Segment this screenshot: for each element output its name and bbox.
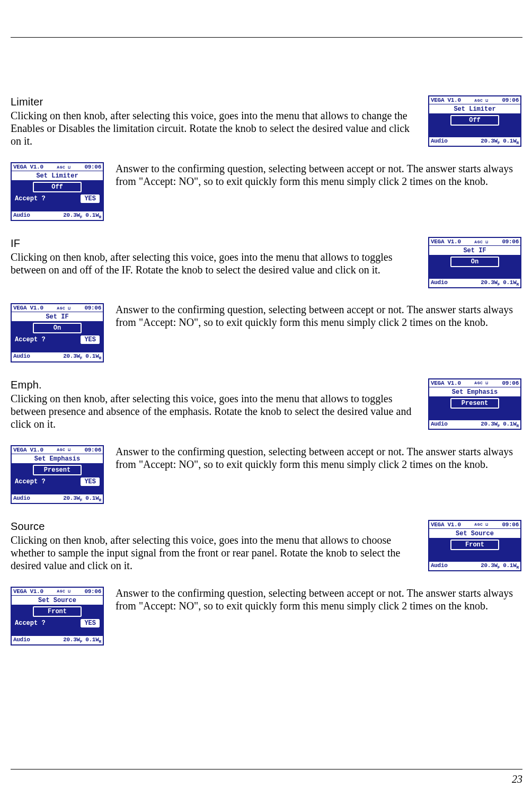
lcd-audio-label: Audio [13, 636, 30, 644]
lcd-screen: VEGA V1.0 AGC ⊔ 09:06 Set Limiter Off Ac… [11, 162, 104, 221]
section-heading: Limiter [11, 95, 416, 108]
lcd-device: VEGA V1.0 [431, 97, 461, 103]
lcd-accept-label: Accept ? [15, 478, 46, 485]
lcd-time: 09:06 [84, 305, 101, 311]
lcd-header: VEGA V1.0 AGC ⊔ 09:06 [429, 379, 520, 387]
lcd-time: 09:06 [502, 380, 519, 386]
lcd-screen: VEGA V1.0 AGC ⊔ 09:06 Set Emphasis Prese… [11, 445, 104, 504]
lcd-yes-box: YES [81, 619, 100, 627]
lcd-screen: VEGA V1.0 AGC ⊔ 09:06 Set Source Front A… [428, 520, 521, 571]
lcd-ref: 0.1WR [85, 495, 101, 502]
section-heading: IF [11, 237, 416, 250]
lcd-screen: VEGA V1.0 AGC ⊔ 09:06 Set IF On Audio 20… [428, 237, 521, 288]
lcd-fwd: 20.3WF [63, 636, 82, 644]
lcd-screen: VEGA V1.0 AGC ⊔ 09:06 Set IF On Accept ?… [11, 303, 104, 362]
lcd-footer: Audio 20.3WF 0.1WR [429, 137, 520, 146]
lcd-screen: VEGA V1.0 AGC ⊔ 09:06 Set Emphasis Prese… [428, 378, 521, 430]
lcd-header: VEGA V1.0 AGC ⊔ 09:06 [429, 521, 520, 529]
lcd-footer: Audio 20.3WF 0.1WR [12, 352, 103, 361]
lcd-time: 09:06 [502, 238, 519, 245]
lcd-title: Set Limiter [12, 171, 103, 180]
lcd-agc: AGC ⊔ [57, 447, 71, 452]
lcd-header: VEGA V1.0 AGC ⊔ 09:06 [429, 238, 520, 246]
lcd-yes-box: YES [81, 335, 100, 344]
lcd-time: 09:06 [502, 521, 519, 528]
lcd-value: On [450, 257, 499, 267]
lcd-agc: AGC ⊔ [474, 522, 489, 527]
lcd-title: Set Emphasis [429, 387, 520, 396]
lcd-title: Set Source [429, 529, 520, 538]
lcd-agc: AGC ⊔ [57, 165, 71, 170]
section-answer: Answer to the confirming question, selec… [116, 162, 521, 188]
lcd-agc: AGC ⊔ [57, 589, 71, 594]
lcd-body: On [429, 255, 520, 278]
lcd-device: VEGA V1.0 [13, 164, 43, 170]
lcd-fwd: 20.3WF [63, 495, 82, 502]
lcd-audio-label: Audio [431, 279, 448, 287]
lcd-footer: Audio 20.3WF 0.1WR [12, 494, 103, 503]
lcd-device: VEGA V1.0 [431, 238, 461, 245]
lcd-device: VEGA V1.0 [431, 521, 461, 528]
lcd-audio-label: Audio [13, 353, 30, 360]
lcd-title: Set IF [429, 246, 520, 255]
section-answer: Answer to the confirming question, selec… [116, 303, 521, 329]
lcd-value: Present [450, 398, 499, 409]
lcd-ref: 0.1WR [503, 562, 519, 570]
lcd-body: Off [429, 113, 520, 137]
lcd-ref: 0.1WR [503, 138, 519, 145]
lcd-header: VEGA V1.0 AGC ⊔ 09:06 [12, 163, 103, 171]
lcd-body: Present [429, 396, 520, 420]
lcd-value: Front [450, 539, 499, 550]
lcd-device: VEGA V1.0 [431, 380, 461, 386]
lcd-accept-label: Accept ? [15, 620, 46, 627]
lcd-footer: Audio 20.3WF 0.1WR [429, 561, 520, 570]
lcd-agc: AGC ⊔ [474, 98, 489, 103]
lcd-header: VEGA V1.0 AGC ⊔ 09:06 [429, 96, 520, 104]
lcd-audio-label: Audio [431, 421, 448, 428]
lcd-value: Front [33, 606, 82, 617]
section-intro: Clicking on then knob, after selecting t… [11, 109, 416, 147]
lcd-agc: AGC ⊔ [474, 240, 489, 244]
lcd-value: On [33, 323, 82, 333]
bottom-rule [11, 769, 522, 770]
lcd-fwd: 20.3WF [481, 138, 500, 145]
lcd-audio-label: Audio [13, 495, 30, 502]
lcd-audio-label: Audio [431, 562, 448, 570]
lcd-yes-box: YES [81, 194, 100, 203]
section-3: Source Clicking on then knob, after sele… [11, 520, 521, 645]
section-heading: Source [11, 520, 416, 533]
lcd-body: Present Accept ? YES [12, 463, 103, 494]
section-intro: Clicking on then knob, after selecting t… [11, 251, 416, 276]
lcd-agc: AGC ⊔ [474, 381, 489, 385]
lcd-header: VEGA V1.0 AGC ⊔ 09:06 [12, 446, 103, 454]
section-2: Emph. Clicking on then knob, after selec… [11, 378, 521, 504]
lcd-screen: VEGA V1.0 AGC ⊔ 09:06 Set Source Front A… [11, 587, 104, 645]
lcd-yes-box: YES [81, 477, 100, 486]
section-intro: Clicking on then knob, after selecting t… [11, 534, 416, 572]
lcd-device: VEGA V1.0 [13, 305, 43, 311]
lcd-body: Front Accept ? YES [12, 605, 103, 635]
lcd-time: 09:06 [84, 588, 101, 595]
lcd-agc: AGC ⊔ [57, 306, 71, 311]
lcd-header: VEGA V1.0 AGC ⊔ 09:06 [12, 588, 103, 596]
lcd-accept-label: Accept ? [15, 195, 46, 202]
lcd-title: Set IF [12, 312, 103, 321]
lcd-body: Off Accept ? YES [12, 180, 103, 211]
lcd-footer: Audio 20.3WF 0.1WR [429, 420, 520, 429]
lcd-device: VEGA V1.0 [13, 588, 43, 595]
section-answer: Answer to the confirming question, selec… [116, 587, 521, 612]
lcd-body: On Accept ? YES [12, 321, 103, 352]
lcd-fwd: 20.3WF [63, 212, 82, 219]
lcd-screen: VEGA V1.0 AGC ⊔ 09:06 Set Limiter Off Au… [428, 95, 521, 147]
lcd-fwd: 20.3WF [481, 421, 500, 428]
lcd-fwd: 20.3WF [481, 562, 500, 570]
lcd-header: VEGA V1.0 AGC ⊔ 09:06 [12, 304, 103, 312]
lcd-accept-row: Accept ? YES [14, 194, 101, 203]
section-answer: Answer to the confirming question, selec… [116, 445, 521, 471]
section-heading: Emph. [11, 378, 416, 391]
lcd-accept-row: Accept ? YES [14, 619, 101, 627]
lcd-title: Set Source [12, 596, 103, 605]
lcd-ref: 0.1WR [85, 636, 101, 644]
lcd-ref: 0.1WR [503, 421, 519, 428]
lcd-accept-row: Accept ? YES [14, 335, 101, 344]
